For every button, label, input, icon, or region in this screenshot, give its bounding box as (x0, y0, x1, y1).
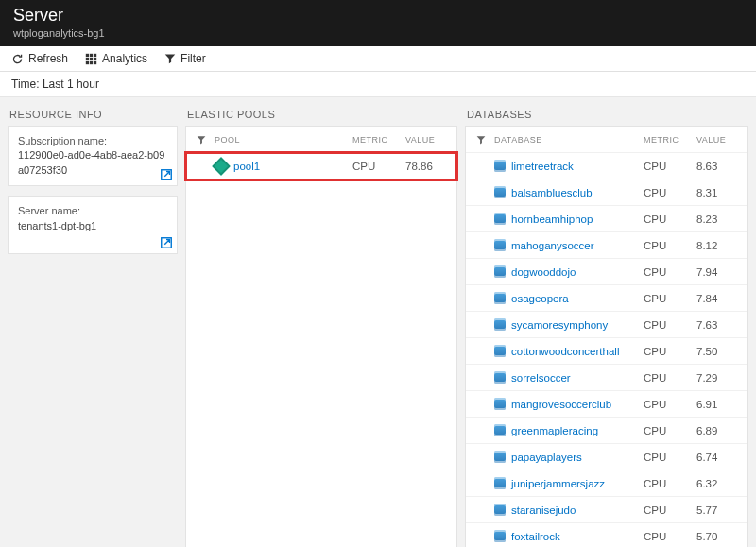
database-row[interactable]: greenmapleracingCPU6.89 (466, 418, 747, 444)
database-metric: CPU (644, 478, 696, 489)
refresh-icon (11, 53, 24, 65)
database-name: foxtailrock (511, 531, 560, 542)
database-row[interactable]: foxtailrockCPU5.70 (466, 523, 747, 547)
database-icon (494, 186, 506, 198)
refresh-button[interactable]: Refresh (11, 52, 68, 65)
value-col-header: VALUE (405, 135, 449, 145)
database-row[interactable]: balsambluesclubCPU8.31 (466, 179, 747, 206)
database-col-header: DATABASE (489, 135, 644, 145)
analytics-icon (85, 53, 97, 65)
database-metric: CPU (644, 240, 696, 251)
database-icon (494, 318, 506, 331)
database-metric: CPU (644, 161, 696, 172)
database-value: 7.94 (696, 266, 740, 278)
svg-rect-1 (90, 53, 93, 56)
database-row[interactable]: mangrovesoccerclubCPU6.91 (466, 391, 747, 418)
svg-rect-0 (86, 53, 89, 56)
value-col-header: VALUE (696, 135, 740, 145)
database-icon (494, 451, 506, 463)
database-metric: CPU (644, 452, 696, 463)
database-value: 5.77 (696, 504, 740, 516)
svg-rect-3 (86, 57, 89, 60)
database-value: 5.70 (696, 531, 740, 542)
database-name: sorrelsoccer (511, 372, 571, 384)
database-value: 7.50 (696, 346, 740, 357)
database-row[interactable]: sorrelsoccerCPU7.29 (466, 365, 747, 391)
svg-rect-6 (86, 60, 89, 63)
subscription-value: 112900e0-ad0e-4ab8-aea2-b09a07253f30 (18, 148, 167, 178)
database-row[interactable]: staranisejudoCPU5.77 (466, 497, 747, 523)
database-row[interactable]: osageoperaCPU7.84 (466, 285, 747, 312)
database-name: staranisejudo (511, 504, 576, 516)
database-row[interactable]: cottonwoodconcerthallCPU7.50 (466, 338, 747, 365)
database-value: 8.31 (696, 187, 740, 198)
page-subtitle: wtploganalytics-bg1 (13, 27, 743, 39)
time-range-bar[interactable]: Time: Last 1 hour (0, 72, 756, 97)
subscription-card: Subscription name: 112900e0-ad0e-4ab8-ae… (8, 126, 178, 186)
open-external-icon[interactable] (160, 168, 173, 181)
database-row[interactable]: sycamoresymphonyCPU7.63 (466, 312, 747, 338)
database-value: 6.32 (696, 478, 740, 489)
database-metric: CPU (644, 531, 696, 542)
database-value: 7.84 (696, 293, 740, 304)
database-name: papayaplayers (511, 452, 582, 463)
database-icon (494, 530, 506, 542)
database-value: 8.23 (696, 214, 740, 225)
database-row[interactable]: papayaplayersCPU6.74 (466, 444, 747, 470)
metric-col-header: METRIC (352, 135, 405, 145)
database-metric: CPU (644, 187, 696, 198)
database-row[interactable]: dogwooddojoCPU7.94 (466, 259, 747, 285)
open-external-icon[interactable] (160, 236, 173, 249)
databases-panel: DATABASE METRIC VALUE limetreetrackCPU8.… (465, 126, 748, 547)
pool-metric: CPU (352, 161, 405, 172)
page-title: Server (13, 6, 743, 26)
database-icon (494, 424, 506, 436)
database-metric: CPU (644, 504, 696, 516)
database-row[interactable]: limetreetrackCPU8.63 (466, 153, 747, 179)
content-area: RESOURCE INFO Subscription name: 112900e… (0, 97, 756, 547)
server-value: tenants1-dpt-bg1 (18, 219, 167, 233)
database-name: dogwooddojo (511, 266, 576, 278)
elastic-pools-column: ELASTIC POOLS POOL METRIC VALUE pool1CPU… (185, 105, 457, 547)
database-icon (494, 160, 506, 172)
database-row[interactable]: mahoganysoccerCPU8.12 (466, 232, 747, 259)
pool-icon (212, 157, 231, 176)
database-icon (494, 345, 506, 357)
databases-header: DATABASES (465, 105, 748, 126)
database-value: 8.63 (696, 161, 740, 172)
database-icon (494, 477, 506, 489)
database-icon (494, 239, 506, 251)
column-filter-icon[interactable] (194, 135, 209, 145)
filter-label: Filter (180, 52, 206, 65)
database-metric: CPU (644, 293, 696, 304)
database-row[interactable]: juniperjammersjazzCPU6.32 (466, 470, 747, 497)
pool-row[interactable]: pool1CPU78.86 (186, 153, 456, 179)
subscription-label: Subscription name: (18, 134, 167, 148)
database-name: juniperjammersjazz (511, 478, 605, 489)
database-name: balsambluesclub (511, 187, 593, 198)
database-value: 6.89 (696, 425, 740, 436)
database-metric: CPU (644, 346, 696, 357)
database-name: sycamoresymphony (511, 319, 608, 331)
pool-col-header: POOL (209, 135, 352, 145)
command-bar: Refresh Analytics Filter (0, 46, 756, 72)
database-icon (494, 398, 506, 410)
elastic-pools-panel: POOL METRIC VALUE pool1CPU78.86 ‹ 1 of 1… (185, 126, 457, 547)
pools-grid-header: POOL METRIC VALUE (186, 127, 456, 153)
database-metric: CPU (644, 425, 696, 436)
database-metric: CPU (644, 319, 696, 331)
pool-value: 78.86 (405, 161, 449, 172)
analytics-button[interactable]: Analytics (85, 52, 147, 65)
column-filter-icon[interactable] (473, 135, 489, 145)
pool-name: pool1 (233, 161, 260, 172)
database-icon (494, 504, 506, 516)
database-row[interactable]: hornbeamhiphopCPU8.23 (466, 206, 747, 232)
filter-button[interactable]: Filter (164, 52, 206, 65)
database-value: 7.63 (696, 319, 740, 331)
metric-col-header: METRIC (644, 135, 696, 145)
database-metric: CPU (644, 399, 696, 410)
resource-info-header: RESOURCE INFO (8, 105, 178, 126)
database-icon (494, 265, 506, 278)
database-value: 6.91 (696, 399, 740, 410)
database-value: 6.74 (696, 452, 740, 463)
